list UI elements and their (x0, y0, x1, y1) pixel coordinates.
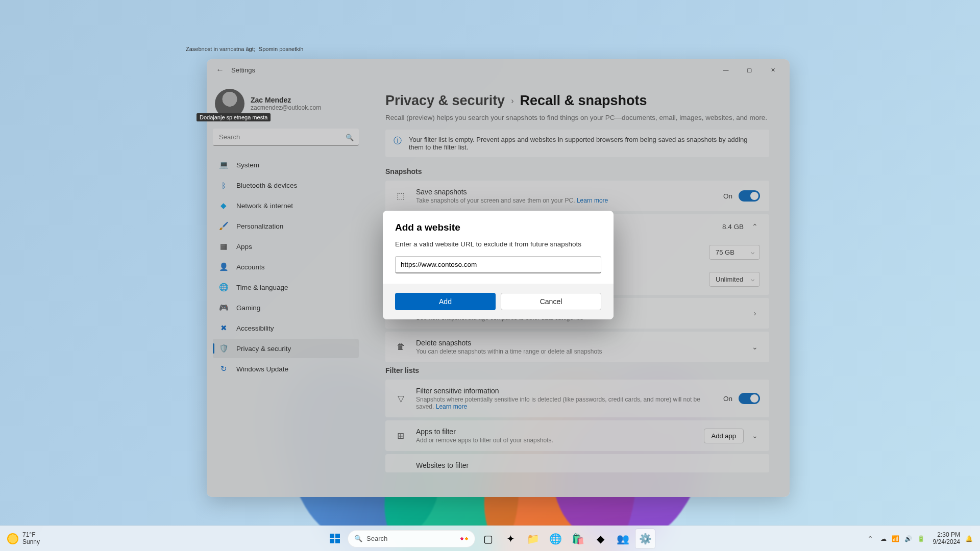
notifications-icon[interactable]: 🔔 (965, 535, 973, 542)
weather-cond: Sunny (22, 539, 40, 546)
breadcrumb-right: Spomin posnetkih (259, 46, 303, 52)
taskbar: 71°F Sunny 🔍 Search ▢ ✦ 📁 🌐 🛍️ ◆ 👥 ⚙️ ⌃ … (0, 525, 980, 551)
taskbar-clock[interactable]: 2:30 PM 9/24/2024 (933, 532, 960, 546)
windows-icon (330, 534, 340, 544)
taskview-button[interactable]: ▢ (478, 529, 498, 548)
search-icon: 🔍 (354, 535, 362, 542)
add-website-dialog: Add a website Enter a valid website URL … (383, 211, 614, 319)
taskbar-search-placeholder: Search (366, 535, 387, 542)
system-tray[interactable]: ☁ 📶 🔊 🔋 (880, 535, 925, 542)
store-button[interactable]: 🛍️ (568, 529, 587, 548)
explorer-button[interactable]: 📁 (523, 529, 543, 548)
copilot-button[interactable]: ✦ (501, 529, 520, 548)
breadcrumb-left: Zasebnost in varnostna âgt; (186, 46, 255, 52)
taskbar-search[interactable]: 🔍 Search (348, 530, 475, 547)
volume-icon[interactable]: 🔊 (904, 535, 912, 542)
taskbar-weather[interactable]: 71°F Sunny (7, 532, 40, 546)
teams-button[interactable]: 👥 (613, 529, 632, 548)
battery-icon[interactable]: 🔋 (917, 535, 925, 542)
dialog-desc: Enter a valid website URL to exclude it … (395, 240, 601, 248)
cancel-button[interactable]: Cancel (501, 293, 601, 310)
wifi-tray-icon[interactable]: 📶 (892, 535, 899, 542)
app-

button-1[interactable]: ◆ (591, 529, 610, 548)
search-highlight-icon (457, 534, 471, 543)
tray-chevron-icon[interactable]: ⌃ (865, 535, 875, 543)
dialog-title: Add a website (395, 222, 601, 233)
taskbar-time: 2:30 PM (933, 532, 960, 539)
taskbar-date: 9/24/2024 (933, 539, 960, 546)
settings-taskbar-button[interactable]: ⚙️ (635, 529, 655, 548)
weather-temp: 71°F (22, 532, 40, 539)
start-button[interactable] (325, 529, 345, 548)
sun-icon (7, 533, 18, 544)
breadcrumb-overlay: Zasebnost in varnostna âgt; Spomin posne… (186, 46, 303, 52)
edge-button[interactable]: 🌐 (546, 529, 565, 548)
onedrive-icon[interactable]: ☁ (880, 535, 887, 542)
website-url-input[interactable] (395, 256, 601, 273)
add-button[interactable]: Add (395, 293, 496, 310)
tooltip-add-website: Dodajanje spletnega mesta (197, 113, 271, 121)
